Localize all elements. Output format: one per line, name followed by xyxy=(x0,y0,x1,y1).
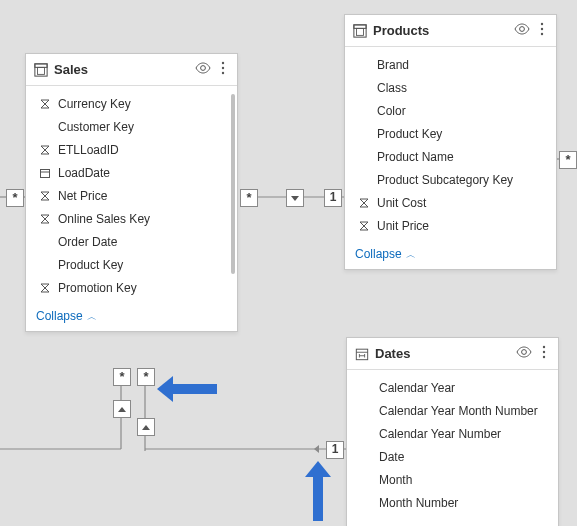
sum-icon xyxy=(38,213,52,225)
field-label: Calendar Year Month Number xyxy=(379,404,552,418)
collapse-label: Collapse xyxy=(355,247,402,261)
cardinality-one-badge: 1 xyxy=(326,441,344,459)
date-table-icon xyxy=(355,347,369,361)
card-header: Dates xyxy=(347,338,558,370)
card-body: Currency Key Customer Key ETLLoadID Load… xyxy=(26,86,237,305)
sum-icon xyxy=(38,98,52,110)
filter-direction-button[interactable] xyxy=(286,189,304,207)
chevron-up-icon: ︿ xyxy=(87,310,97,324)
filter-direction-button[interactable] xyxy=(137,418,155,436)
cardinality-many-badge: * xyxy=(559,151,577,169)
field-row[interactable]: Month xyxy=(353,468,556,491)
field-row[interactable]: LoadDate xyxy=(32,161,235,184)
card-body: Brand Class Color Product Key Product Na… xyxy=(345,47,556,243)
collapse-button[interactable]: Collapse ︿ xyxy=(26,305,237,331)
field-row[interactable]: Calendar Year Number xyxy=(353,422,556,445)
table-card-sales[interactable]: Sales Currency Key Customer Key ETLLoadI… xyxy=(25,53,238,332)
card-body: Calendar Year Calendar Year Month Number… xyxy=(347,370,558,520)
field-label: Product Subcategory Key xyxy=(377,173,550,187)
field-row[interactable]: Color xyxy=(351,99,554,122)
sum-icon xyxy=(357,197,371,209)
svg-rect-18 xyxy=(354,24,366,28)
field-label: Unit Cost xyxy=(377,196,550,210)
more-options-icon[interactable] xyxy=(217,60,229,79)
field-label: Class xyxy=(377,81,550,95)
field-row[interactable]: Unit Price xyxy=(351,214,554,237)
field-row[interactable]: Unit Cost xyxy=(351,191,554,214)
sum-icon xyxy=(38,144,52,156)
field-label: Calendar Year xyxy=(379,381,552,395)
svg-point-27 xyxy=(543,346,545,348)
table-icon xyxy=(353,24,367,38)
svg-point-12 xyxy=(222,62,224,64)
field-label: Product Key xyxy=(377,127,550,141)
scrollbar[interactable] xyxy=(231,94,235,274)
field-row[interactable]: Promotion Key xyxy=(32,276,235,299)
svg-point-13 xyxy=(222,67,224,69)
svg-point-23 xyxy=(541,33,543,35)
field-row[interactable]: Online Sales Key xyxy=(32,207,235,230)
field-row[interactable]: Class xyxy=(351,76,554,99)
more-options-icon[interactable] xyxy=(536,21,548,40)
card-title: Dates xyxy=(375,346,510,361)
table-card-products[interactable]: Products Brand Class Color Product Key P… xyxy=(344,14,557,270)
card-title: Products xyxy=(373,23,508,38)
svg-rect-15 xyxy=(41,169,50,177)
field-row[interactable]: Product Key xyxy=(351,122,554,145)
field-row[interactable]: Month Number xyxy=(353,491,556,514)
chevron-left-icon xyxy=(308,441,324,457)
field-label: Product Name xyxy=(377,150,550,164)
svg-point-11 xyxy=(201,66,206,71)
field-row[interactable]: Net Price xyxy=(32,184,235,207)
cardinality-one-badge: 1 xyxy=(324,189,342,207)
field-row[interactable]: Product Name xyxy=(351,145,554,168)
field-row[interactable]: Order Date xyxy=(32,230,235,253)
field-label: Currency Key xyxy=(58,97,231,111)
card-header: Sales xyxy=(26,54,237,86)
cardinality-many-badge: * xyxy=(240,189,258,207)
collapse-label: Collapse xyxy=(36,309,83,323)
annotation-arrow xyxy=(157,376,217,402)
cardinality-many-badge: * xyxy=(113,368,131,386)
field-row[interactable]: Customer Key xyxy=(32,115,235,138)
field-row[interactable]: Date xyxy=(353,445,556,468)
card-header: Products xyxy=(345,15,556,47)
visibility-icon[interactable] xyxy=(514,21,530,40)
calendar-icon xyxy=(38,167,52,179)
collapse-button[interactable]: Collapse ︿ xyxy=(345,243,556,269)
field-row[interactable]: Calendar Year Month Number xyxy=(353,399,556,422)
svg-point-22 xyxy=(541,28,543,30)
collapse-button[interactable]: Collapse ︿ xyxy=(347,520,558,526)
visibility-icon[interactable] xyxy=(195,60,211,79)
svg-point-26 xyxy=(522,350,527,355)
sum-icon xyxy=(38,282,52,294)
field-label: Customer Key xyxy=(58,120,231,134)
field-label: Brand xyxy=(377,58,550,72)
cardinality-many-badge: * xyxy=(137,368,155,386)
svg-point-21 xyxy=(541,23,543,25)
cardinality-many-badge: * xyxy=(6,189,24,207)
svg-rect-10 xyxy=(38,67,45,74)
more-options-icon[interactable] xyxy=(538,344,550,363)
field-row[interactable]: Product Subcategory Key xyxy=(351,168,554,191)
filter-direction-button[interactable] xyxy=(113,400,131,418)
visibility-icon[interactable] xyxy=(516,344,532,363)
field-row[interactable]: Currency Key xyxy=(32,92,235,115)
table-icon xyxy=(34,63,48,77)
field-row[interactable]: ETLLoadID xyxy=(32,138,235,161)
field-row[interactable]: Product Key xyxy=(32,253,235,276)
field-label: Net Price xyxy=(58,189,231,203)
svg-rect-9 xyxy=(35,63,47,67)
field-label: ETLLoadID xyxy=(58,143,231,157)
field-row[interactable]: Brand xyxy=(351,53,554,76)
sum-icon xyxy=(38,190,52,202)
field-label: Color xyxy=(377,104,550,118)
field-label: Date xyxy=(379,450,552,464)
field-row[interactable]: Calendar Year xyxy=(353,376,556,399)
field-label: Online Sales Key xyxy=(58,212,231,226)
field-label: Promotion Key xyxy=(58,281,231,295)
table-card-dates[interactable]: Dates Calendar Year Calendar Year Month … xyxy=(346,337,559,526)
sum-icon xyxy=(357,220,371,232)
svg-point-29 xyxy=(543,356,545,358)
svg-point-28 xyxy=(543,351,545,353)
